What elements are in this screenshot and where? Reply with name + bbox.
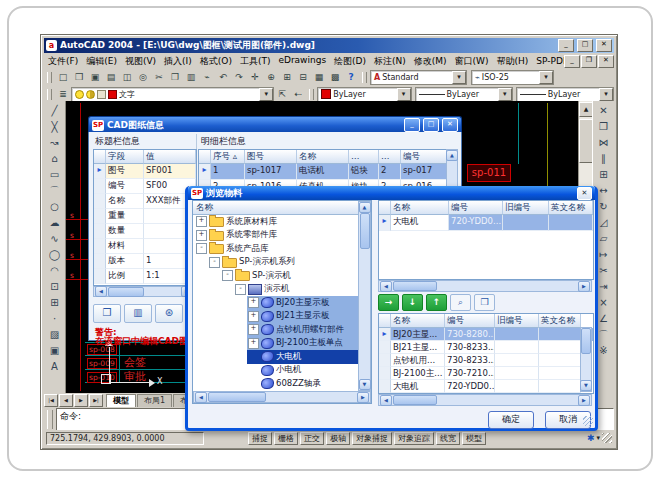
multiline-text-icon[interactable]: A [46,359,64,375]
region-icon[interactable]: ▣ [46,343,64,359]
offset-icon[interactable]: ∥ [595,151,613,167]
menu-item[interactable]: 修改(M) [410,55,451,68]
revision-cloud-icon[interactable]: ☁ [46,215,64,231]
resize-grip[interactable] [583,416,593,426]
spline-icon[interactable]: ∿ [46,231,64,247]
bottom-table-vscrollbar[interactable]: ▼ [580,327,592,392]
table-row[interactable]: 重量 [94,209,196,224]
pan-icon[interactable]: ✛ [247,70,263,84]
properties-icon[interactable]: ▦ [311,70,327,84]
expand-icon[interactable]: + [248,338,259,349]
table-row[interactable]: 名称XXX部件 [94,194,196,209]
layer-combo[interactable]: 文字 [71,87,274,102]
column-header[interactable]: 旧编号 [495,314,539,328]
tree-item[interactable]: -演示机 [193,283,358,297]
mdi-minimize-button[interactable]: _ [564,55,580,68]
settings-icon[interactable]: ⊛ [155,304,183,323]
scroll-right-icon[interactable]: ▶ [357,392,369,403]
columns-icon[interactable]: ▥ [124,304,152,323]
save-icon[interactable]: ▣ [87,70,103,84]
column-header[interactable]: 名称 [391,201,449,215]
tab-nav-icon[interactable]: ◀ [59,394,73,407]
menu-item[interactable]: 格式(O) [196,55,236,68]
tree-item[interactable]: +BJ-2100主板单点 [193,337,358,351]
text-style-dropdown-arrow[interactable] [452,71,466,84]
array-icon[interactable]: ⊞ [595,167,613,183]
ellipse-arc-icon[interactable]: ◠ [46,263,64,279]
menu-item[interactable]: 绘图(D) [330,55,370,68]
arc-icon[interactable]: ⌒ [46,183,64,199]
menu-item[interactable]: 帮助(H) [493,55,533,68]
line-icon[interactable]: ╱ [46,103,64,119]
table-row[interactable]: 点钞机用...730-8233... [379,354,593,367]
column-header[interactable]: 编号 [401,150,447,164]
close-button[interactable]: ✕ [596,39,612,52]
tab-nav-icon[interactable]: |◀ [44,394,58,407]
lineweight-combo[interactable]: ByLayer [516,87,614,102]
toolbar-grip[interactable] [47,72,52,83]
resize-grip[interactable] [602,433,612,443]
expand-icon[interactable]: + [248,297,259,308]
tab-布局1[interactable]: 布局1 [137,394,172,407]
scroll-left-icon[interactable]: ◀ [195,392,207,403]
column-header[interactable]: 字段 [106,150,144,164]
table-row[interactable]: 编号SF00 [94,179,196,194]
menu-item[interactable]: 工具(T) [236,55,275,68]
scroll-left-icon[interactable]: ◀ [380,395,392,406]
minimize-button[interactable]: _ [558,39,574,52]
status-toggle-捕捉[interactable]: 捕捉 [248,432,272,445]
lineweight-dropdown-arrow[interactable] [599,88,613,101]
status-toggle-对象捕捉[interactable]: 对象捕捉 [352,432,392,445]
circle-icon[interactable]: ○ [46,199,64,215]
column-header[interactable]: 名称 [297,150,349,164]
scrollbar-thumb[interactable] [208,392,266,402]
table-row[interactable]: BJ-2100主...730-7210... [379,367,593,380]
menu-item[interactable]: 窗口(W) [451,55,493,68]
search-icon[interactable]: ⌕ [450,294,471,311]
polygon-icon[interactable]: ⌂ [46,151,64,167]
dim-style-combo[interactable]: ⌁ ISO-25 [471,70,554,85]
communication-center-icon[interactable]: ✱ [587,433,595,443]
zoom-previous-icon[interactable]: ⊟ [295,70,311,84]
menu-item[interactable]: SP-PDM插件(P) [532,55,564,68]
status-menu-arrow[interactable]: ▾ [596,434,600,442]
plot-preview-icon[interactable]: ◫ [119,70,135,84]
mdi-close-button[interactable]: ✕ [598,55,614,68]
text-style-combo[interactable]: A Standard [370,70,467,85]
cut-icon[interactable]: ✂ [151,70,167,84]
open-record-icon[interactable]: ❐ [93,304,121,323]
tree-item[interactable]: +BJ20主显示板 [193,296,358,310]
cad-minimize-button[interactable]: _ [404,118,420,132]
bottom-table-hscrollbar[interactable]: ◀ ▶ [378,394,592,406]
status-toggle-对象追踪[interactable]: 对象追踪 [394,432,434,445]
tree-hscrollbar[interactable]: ◀ ▶ [193,391,371,403]
table-row[interactable]: 比例1:1 [94,269,196,284]
scroll-up-icon[interactable]: ▲ [446,150,458,161]
tree-item[interactable]: +点钞机用螺钉部件 [193,323,358,337]
scrollbar-thumb[interactable] [579,119,593,163]
scroll-down-icon[interactable]: ▼ [580,380,592,391]
open-icon[interactable]: ❒ [71,70,87,84]
title-block-hscrollbar[interactable]: ◀ ▶ [93,286,195,297]
scroll-up-icon[interactable]: ▲ [359,202,371,213]
column-header[interactable]: 序号 ▵ [211,150,245,164]
ok-button[interactable]: 确定 [488,411,534,429]
plot-icon[interactable]: ▤ [103,70,119,84]
column-header[interactable]: 图号 [245,150,297,164]
new-icon[interactable]: □ [55,70,71,84]
tree-column-header[interactable]: 名称 [193,201,371,215]
collapse-icon[interactable]: - [235,284,246,295]
menu-item[interactable]: eDrawings [274,55,330,68]
status-toggle-模型[interactable]: 模型 [462,432,486,445]
color-dropdown-arrow[interactable] [397,88,411,101]
status-toggle-线宽[interactable]: 线宽 [436,432,460,445]
linetype-dropdown-arrow[interactable] [498,88,512,101]
tree-item[interactable]: 608ZZ轴承 [193,377,358,391]
collapse-icon[interactable]: - [209,257,220,268]
erase-icon[interactable]: ✕ [595,103,613,119]
polyline-icon[interactable]: ↝ [46,135,64,151]
mdi-restore-button[interactable]: ❐ [581,55,597,68]
upload-icon[interactable]: ↑ [426,294,447,311]
tree-item[interactable]: +系统原材料库 [193,215,358,229]
collapse-icon[interactable]: - [196,243,207,254]
